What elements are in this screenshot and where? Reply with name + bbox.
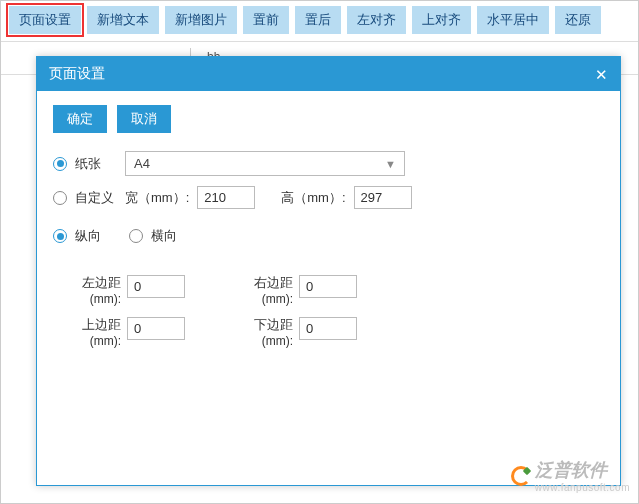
chevron-down-icon: ▼ <box>385 158 396 170</box>
center-horizontal-button[interactable]: 水平居中 <box>477 6 549 34</box>
page-setup-dialog: 页面设置 ✕ 确定 取消 纸张 A4 ▼ 自定义 宽（mm）: 高（m <box>36 56 621 486</box>
height-label: 高（mm）: <box>281 189 345 207</box>
height-input[interactable] <box>354 186 412 209</box>
add-image-button[interactable]: 新增图片 <box>165 6 237 34</box>
landscape-radio[interactable] <box>129 229 143 243</box>
page-setup-button[interactable]: 页面设置 <box>9 6 81 34</box>
dialog-action-row: 确定 取消 <box>53 105 604 133</box>
width-input[interactable] <box>197 186 255 209</box>
paper-select-value: A4 <box>134 156 150 171</box>
margin-bottom-input[interactable] <box>299 317 357 340</box>
custom-radio[interactable] <box>53 191 67 205</box>
margin-top-label: 上边距(mm): <box>73 317 121 349</box>
margin-left-label: 左边距(mm): <box>73 275 121 307</box>
landscape-label: 横向 <box>151 227 177 245</box>
align-left-button[interactable]: 左对齐 <box>347 6 406 34</box>
margin-right-input[interactable] <box>299 275 357 298</box>
paper-section: 纸张 A4 ▼ 自定义 宽（mm）: 高（mm）: <box>53 151 604 209</box>
margin-left-input[interactable] <box>127 275 185 298</box>
margins-section: 左边距(mm): 上边距(mm): 右边距(mm): <box>73 275 604 350</box>
orientation-section: 纵向 横向 <box>53 227 604 245</box>
toolbar: 页面设置 新增文本 新增图片 置前 置后 左对齐 上对齐 水平居中 还原 <box>1 1 638 39</box>
paper-radio[interactable] <box>53 157 67 171</box>
restore-button[interactable]: 还原 <box>555 6 601 34</box>
add-text-button[interactable]: 新增文本 <box>87 6 159 34</box>
close-icon[interactable]: ✕ <box>595 67 608 82</box>
ok-button[interactable]: 确定 <box>53 105 107 133</box>
margin-bottom-label: 下边距(mm): <box>245 317 293 349</box>
width-label: 宽（mm）: <box>125 189 189 207</box>
send-back-button[interactable]: 置后 <box>295 6 341 34</box>
dialog-header: 页面设置 ✕ <box>37 57 620 91</box>
bring-front-button[interactable]: 置前 <box>243 6 289 34</box>
align-top-button[interactable]: 上对齐 <box>412 6 471 34</box>
portrait-label: 纵向 <box>75 227 101 245</box>
dialog-body: 确定 取消 纸张 A4 ▼ 自定义 宽（mm）: 高（mm）: <box>37 91 620 485</box>
margin-right-label: 右边距(mm): <box>245 275 293 307</box>
portrait-radio[interactable] <box>53 229 67 243</box>
cancel-button[interactable]: 取消 <box>117 105 171 133</box>
dialog-title: 页面设置 <box>49 65 105 83</box>
paper-select[interactable]: A4 ▼ <box>125 151 405 176</box>
paper-label: 纸张 <box>75 155 117 173</box>
margin-top-input[interactable] <box>127 317 185 340</box>
custom-label: 自定义 <box>75 189 117 207</box>
